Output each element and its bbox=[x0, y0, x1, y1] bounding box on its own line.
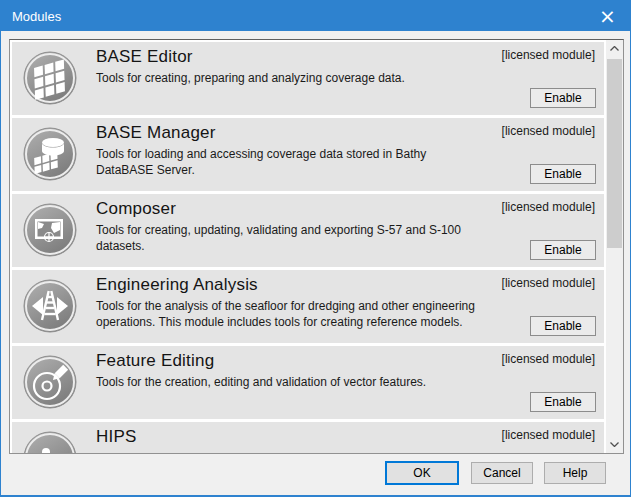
module-title: BASE Editor bbox=[96, 45, 486, 69]
titlebar: Modules × bbox=[1, 1, 630, 31]
license-status: [licensed module] bbox=[502, 124, 595, 138]
disc-pencil-icon bbox=[22, 354, 78, 410]
enable-button[interactable]: Enable bbox=[530, 316, 596, 336]
modules-dialog: Modules × BASE Editor Tools for creating… bbox=[0, 0, 631, 497]
license-status: [licensed module] bbox=[502, 48, 595, 62]
module-description: Tools for creating, preparing and analyz… bbox=[96, 70, 486, 86]
module-row: HIPS [licensed module] Enable bbox=[12, 422, 604, 453]
module-row: BASE Manager Tools for loading and acces… bbox=[12, 118, 604, 191]
scroll-up-icon[interactable] bbox=[606, 40, 623, 57]
module-title: Engineering Analysis bbox=[96, 273, 486, 297]
module-title: BASE Manager bbox=[96, 121, 486, 145]
vertical-scrollbar[interactable] bbox=[606, 40, 623, 453]
license-status: [licensed module] bbox=[502, 276, 595, 290]
enable-button[interactable]: Enable bbox=[530, 88, 596, 108]
window-title: Modules bbox=[1, 9, 61, 24]
database-mesh-icon bbox=[22, 126, 78, 182]
module-row: Composer Tools for creating, updating, v… bbox=[12, 194, 604, 267]
module-title: Composer bbox=[96, 197, 486, 221]
scroll-down-icon[interactable] bbox=[606, 436, 623, 453]
module-title: HIPS bbox=[96, 425, 486, 449]
enable-button[interactable]: Enable bbox=[530, 164, 596, 184]
module-description: Tools for loading and accessing coverage… bbox=[96, 146, 486, 178]
chart-frame-icon bbox=[22, 202, 78, 258]
module-list: BASE Editor Tools for creating, preparin… bbox=[9, 39, 624, 454]
module-description: Tools for the creation, editing and vali… bbox=[96, 374, 486, 390]
module-row: Feature Editing Tools for the creation, … bbox=[12, 346, 604, 419]
mesh-grid-icon bbox=[22, 50, 78, 106]
enable-button[interactable]: Enable bbox=[530, 392, 596, 412]
module-row: Engineering Analysis Tools for the analy… bbox=[12, 270, 604, 343]
module-row: BASE Editor Tools for creating, preparin… bbox=[12, 42, 604, 115]
license-status: [licensed module] bbox=[502, 428, 595, 442]
module-title: Feature Editing bbox=[96, 349, 486, 373]
ok-button[interactable]: OK bbox=[385, 461, 459, 485]
help-button[interactable]: Help bbox=[544, 462, 606, 484]
module-description: Tools for creating, updating, validating… bbox=[96, 222, 486, 254]
enable-button[interactable]: Enable bbox=[530, 240, 596, 260]
cancel-button[interactable]: Cancel bbox=[471, 462, 533, 484]
license-status: [licensed module] bbox=[502, 200, 595, 214]
scrollbar-thumb[interactable] bbox=[607, 59, 622, 248]
module-description: Tools for the analysis of the seafloor f… bbox=[96, 298, 486, 330]
license-status: [licensed module] bbox=[502, 352, 595, 366]
channel-ladder-icon bbox=[22, 278, 78, 334]
close-icon[interactable]: × bbox=[585, 1, 630, 31]
module-rows: BASE Editor Tools for creating, preparin… bbox=[10, 40, 606, 453]
sonar-icon bbox=[22, 430, 78, 453]
